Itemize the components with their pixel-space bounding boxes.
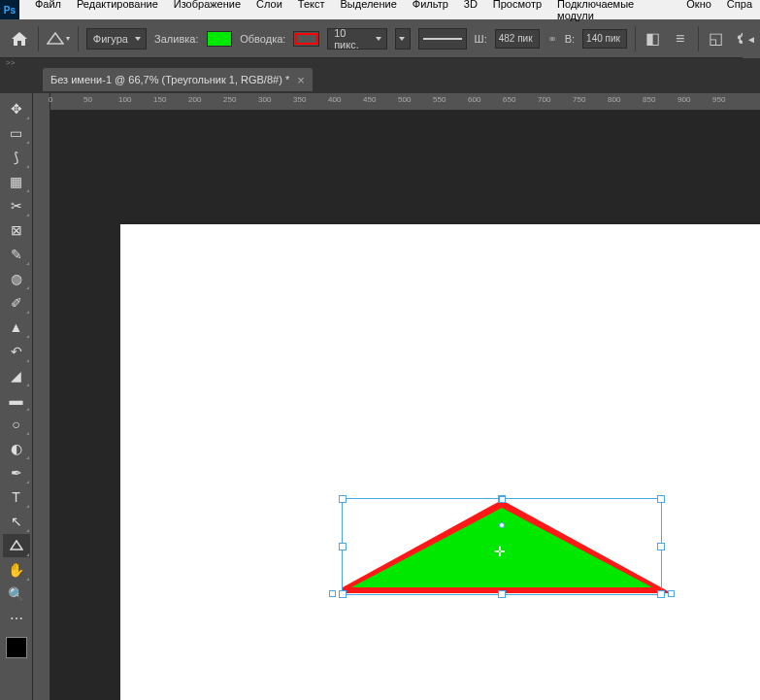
menu-Фильтр[interactable]: Фильтр: [405, 0, 456, 21]
menu-Текст[interactable]: Текст: [290, 0, 333, 21]
fill-label: Заливка:: [154, 33, 198, 45]
ruler-tick: 0: [49, 95, 52, 104]
anchor-bl[interactable]: [329, 590, 336, 597]
width-input[interactable]: [495, 29, 540, 49]
handle-mid-left[interactable]: [339, 543, 347, 550]
stroke-style-dropdown[interactable]: [418, 28, 467, 50]
crop-tool[interactable]: ✂: [3, 194, 30, 217]
menu-Слои[interactable]: Слои: [248, 0, 290, 21]
blur-tool[interactable]: ○: [3, 413, 30, 436]
handle-mid-right[interactable]: [657, 543, 665, 550]
menu-3D[interactable]: 3D: [456, 0, 485, 21]
ruler-tick: 950: [712, 95, 725, 104]
stroke-width-stepper[interactable]: [395, 28, 410, 50]
menu-Просмотр[interactable]: Просмотр: [485, 0, 549, 21]
arrange-icon[interactable]: ◱: [706, 27, 725, 50]
document-tab[interactable]: Без имени-1 @ 66,7% (Треугольник 1, RGB/…: [43, 68, 313, 91]
edit-toolbar[interactable]: ⋯: [3, 607, 30, 630]
height-input[interactable]: [582, 29, 627, 49]
eraser-tool[interactable]: ◢: [3, 364, 30, 387]
history-brush-tool[interactable]: ↶: [3, 340, 30, 363]
rotation-pivot-icon[interactable]: [499, 522, 505, 528]
path-ops-icon[interactable]: ◧: [644, 27, 663, 50]
close-tab-icon[interactable]: ×: [297, 73, 305, 87]
dodge-tool[interactable]: ◐: [3, 437, 30, 460]
ruler-tick: 600: [468, 95, 480, 104]
ruler-tick: 700: [538, 95, 550, 104]
brush-tool[interactable]: ✐: [3, 291, 30, 315]
horizontal-ruler: 0501001502002503003504004505005506006507…: [50, 93, 760, 111]
ruler-tick: 50: [83, 95, 92, 104]
fill-swatch[interactable]: [207, 31, 233, 47]
handle-top-left[interactable]: [339, 495, 347, 503]
center-target-icon: ✛: [494, 544, 506, 559]
document-tab-title: Без имени-1 @ 66,7% (Треугольник 1, RGB/…: [50, 74, 289, 85]
handle-top-right[interactable]: [657, 495, 665, 503]
menu-Изображение[interactable]: Изображение: [166, 0, 248, 21]
object-select-tool[interactable]: ▦: [3, 170, 30, 193]
anchor-top[interactable]: [499, 496, 506, 503]
heal-tool[interactable]: ◍: [3, 267, 30, 290]
ruler-tick: 500: [398, 95, 411, 104]
tool-panel: ✥ ▭ ⟆ ▦ ✂ ⊠ ✎ ◍ ✐ ▲ ↶ ◢ ▬ ○ ◐ ✒ T ↖ ✋ 🔍 …: [0, 93, 33, 700]
tool-preset-icon[interactable]: ▾: [47, 25, 70, 52]
panel-collapse-hint[interactable]: >>: [0, 58, 760, 66]
lasso-tool[interactable]: ⟆: [3, 146, 30, 169]
stroke-swatch[interactable]: [293, 31, 319, 47]
path-select-tool[interactable]: ↖: [3, 510, 30, 533]
marquee-tool[interactable]: ▭: [3, 121, 30, 145]
ruler-tick: 800: [608, 95, 620, 104]
hand-tool[interactable]: ✋: [3, 558, 30, 582]
ruler-tick: 850: [643, 95, 655, 104]
transform-bounding-box[interactable]: ✛: [342, 498, 662, 595]
menu-Файл[interactable]: Файл: [27, 0, 69, 21]
menu-Спра[interactable]: Спра: [719, 0, 760, 21]
handle-bot-right[interactable]: [657, 590, 665, 598]
shape-mode-dropdown[interactable]: Фигура: [86, 28, 147, 50]
text-tool[interactable]: T: [3, 485, 30, 509]
anchor-br[interactable]: [668, 590, 675, 597]
width-label: Ш:: [475, 33, 487, 45]
move-tool[interactable]: ✥: [3, 97, 30, 120]
shape-tool[interactable]: [3, 534, 30, 557]
ruler-tick: 550: [433, 95, 446, 104]
align-icon[interactable]: ≡: [671, 27, 690, 50]
eyedropper-tool[interactable]: ✎: [3, 243, 30, 266]
pen-tool[interactable]: ✒: [3, 461, 30, 484]
menu-Выделение[interactable]: Выделение: [333, 0, 405, 21]
canvas[interactable]: [120, 224, 760, 700]
frame-tool[interactable]: ⊠: [3, 218, 30, 242]
ruler-tick: 400: [328, 95, 341, 104]
menu-Подключаемые модули[interactable]: Подключаемые модули: [549, 0, 678, 21]
ruler-tick: 150: [153, 95, 166, 104]
ruler-tick: 200: [188, 95, 201, 104]
stamp-tool[interactable]: ▲: [3, 316, 30, 339]
ruler-tick: 350: [293, 95, 306, 104]
height-label: В:: [565, 33, 575, 45]
ruler-tick: 450: [363, 95, 376, 104]
ruler-tick: 300: [258, 95, 271, 104]
right-panel-toggle[interactable]: ◄: [743, 19, 760, 58]
menu-Редактирование[interactable]: Редактирование: [69, 0, 166, 21]
handle-bot-left[interactable]: [339, 590, 347, 598]
handle-bot-mid[interactable]: [498, 590, 506, 598]
foreground-color[interactable]: [6, 637, 27, 658]
link-dimensions-icon[interactable]: ⚭: [547, 32, 557, 46]
stroke-width-dropdown[interactable]: 10 пикс.: [327, 28, 387, 50]
ruler-tick: 750: [573, 95, 585, 104]
ruler-tick: 250: [223, 95, 236, 104]
gradient-tool[interactable]: ▬: [3, 388, 30, 412]
ruler-tick: 100: [118, 95, 131, 104]
ruler-tick: 900: [677, 95, 690, 104]
menu-Окно[interactable]: Окно: [678, 0, 719, 21]
vertical-ruler: [33, 93, 50, 700]
stroke-label: Обводка:: [240, 33, 285, 45]
ruler-tick: 650: [503, 95, 515, 104]
ps-logo: Ps: [0, 0, 19, 19]
home-button[interactable]: [8, 25, 30, 52]
zoom-tool[interactable]: 🔍: [3, 583, 30, 606]
